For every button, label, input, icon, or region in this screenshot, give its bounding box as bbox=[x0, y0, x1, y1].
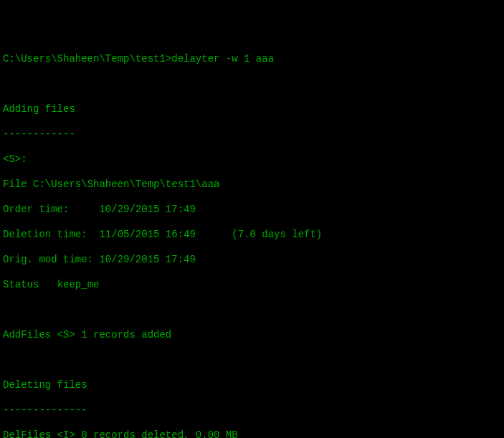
orig-label: Orig. mod time: bbox=[3, 254, 99, 265]
status-line: Status keep_me bbox=[3, 279, 501, 292]
file-path: C:\Users\Shaheen\Temp\test1\aaa bbox=[33, 178, 219, 190]
order-time-line: Order time: 10/29/2015 17:49 bbox=[3, 204, 501, 216]
status-value: keep_me bbox=[57, 279, 100, 290]
blank-line bbox=[3, 304, 501, 317]
file-line: File C:\Users\Shaheen\Temp\test1\aaa bbox=[3, 178, 501, 191]
deletion-note: (7.0 days left) bbox=[196, 229, 322, 240]
orig-mod-time-line: Orig. mod time: 10/29/2015 17:49 bbox=[3, 254, 501, 267]
blank-line bbox=[3, 78, 501, 91]
deletion-value: 11/05/2015 16:49 bbox=[99, 229, 195, 240]
file-label: File bbox=[3, 178, 33, 190]
blank-line bbox=[3, 354, 501, 367]
deletion-label: Deletion time: bbox=[3, 229, 99, 240]
addfiles-line: AddFiles <S> 1 records added bbox=[3, 329, 501, 342]
command-text: delayter -w 1 aaa bbox=[171, 53, 274, 65]
delfiles-line: DelFiles <I> 0 records deleted, 0.00 MB bbox=[3, 429, 501, 438]
order-value: 10/29/2015 17:49 bbox=[99, 204, 195, 215]
tag-line: <S>: bbox=[3, 153, 501, 166]
adding-files-heading: Adding files bbox=[3, 103, 501, 116]
prompt-line-1: C:\Users\Shaheen\Temp\test1>delayter -w … bbox=[3, 53, 501, 66]
deletion-time-line: Deletion time: 11/05/2015 16:49 (7.0 day… bbox=[3, 229, 501, 242]
deleting-files-heading: Deleting files bbox=[3, 379, 501, 392]
terminal-output[interactable]: C:\Users\Shaheen\Temp\test1>delayter -w … bbox=[3, 53, 501, 438]
divider: -------------- bbox=[3, 404, 501, 417]
order-label: Order time: bbox=[3, 204, 99, 215]
status-label: Status bbox=[3, 279, 57, 290]
orig-value: 10/29/2015 17:49 bbox=[99, 254, 195, 265]
prompt-prefix: C:\Users\Shaheen\Temp\test1> bbox=[3, 53, 171, 65]
divider: ------------ bbox=[3, 128, 501, 141]
